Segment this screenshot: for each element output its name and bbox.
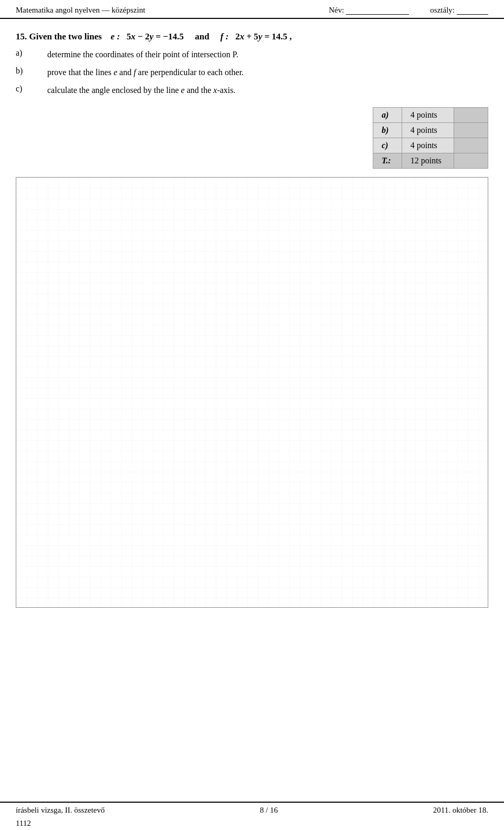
sub-c-text: calculate the angle enclosed by the line… <box>47 84 488 97</box>
line-f-equation: 2x + 5y = 14.5 , <box>235 32 292 42</box>
nev-dotted-line <box>346 5 409 15</box>
nev-label: Név: <box>329 6 344 15</box>
points-label-c: c) <box>373 138 402 153</box>
sub-c-label: c) <box>16 84 47 94</box>
nev-field: Név: <box>329 5 409 15</box>
footer: írásbeli vizsga, II. összetevő 8 / 16 20… <box>0 802 504 818</box>
points-score-total <box>454 153 488 169</box>
footer-left: írásbeli vizsga, II. összetevő <box>16 806 105 815</box>
points-value-b: 4 points <box>402 123 454 138</box>
question-block: 15. Given the two lines e : 5x − 2y = −1… <box>16 32 488 97</box>
and-text: and <box>195 32 209 42</box>
line-e-equation: 5x − 2y = −14.5 <box>127 32 184 42</box>
points-value-total: 12 points <box>402 153 454 169</box>
question-number: 15. <box>16 32 27 42</box>
points-table-container: a) 4 points b) 4 points c) 4 points T.: <box>16 107 488 169</box>
sub-a-text: determine the coordinates of their point… <box>47 48 488 61</box>
osztaly-field: osztály: <box>430 5 488 15</box>
page: Matematika angol nyelven — középszint Né… <box>0 0 504 830</box>
points-value-a: 4 points <box>402 108 454 123</box>
header-fields: Név: osztály: <box>329 5 488 15</box>
points-score-b <box>454 123 488 138</box>
points-table: a) 4 points b) 4 points c) 4 points T.: <box>373 107 488 169</box>
points-row-c: c) 4 points <box>373 138 488 153</box>
points-label-b: b) <box>373 123 402 138</box>
question-intro: Given the two lines <box>29 32 102 42</box>
points-score-a <box>454 108 488 123</box>
points-row-a: a) 4 points <box>373 108 488 123</box>
points-label-total: T.: <box>373 153 402 169</box>
points-value-c: 4 points <box>402 138 454 153</box>
grid-svg <box>16 178 488 608</box>
svg-rect-1 <box>16 178 488 608</box>
points-label-a: a) <box>373 108 402 123</box>
sub-question-c: c) calculate the angle enclosed by the l… <box>16 84 488 97</box>
points-score-c <box>454 138 488 153</box>
sub-question-b: b) prove that the lines e and f are perp… <box>16 66 488 79</box>
sub-b-label: b) <box>16 66 47 76</box>
sub-a-label: a) <box>16 48 47 58</box>
line-e-label: e : <box>111 32 120 42</box>
points-row-b: b) 4 points <box>373 123 488 138</box>
question-title: 15. Given the two lines e : 5x − 2y = −1… <box>16 32 488 42</box>
main-content: 15. Given the two lines e : 5x − 2y = −1… <box>0 19 504 802</box>
grid-area <box>16 177 488 608</box>
osztaly-dotted-line <box>457 5 488 15</box>
footer-center: 8 / 16 <box>260 806 278 815</box>
sub-question-a: a) determine the coordinates of their po… <box>16 48 488 61</box>
footer-right: 2011. október 18. <box>433 806 488 815</box>
sub-b-text: prove that the lines e and f are perpend… <box>47 66 488 79</box>
header-title: Matematika angol nyelven — középszint <box>16 6 145 15</box>
page-title: Matematika angol nyelven — középszint <box>16 6 145 14</box>
osztaly-label: osztály: <box>430 6 455 15</box>
code-number: 1112 <box>0 818 504 830</box>
points-row-total: T.: 12 points <box>373 153 488 169</box>
header: Matematika angol nyelven — középszint Né… <box>0 0 504 19</box>
line-f-label: f : <box>220 32 229 42</box>
